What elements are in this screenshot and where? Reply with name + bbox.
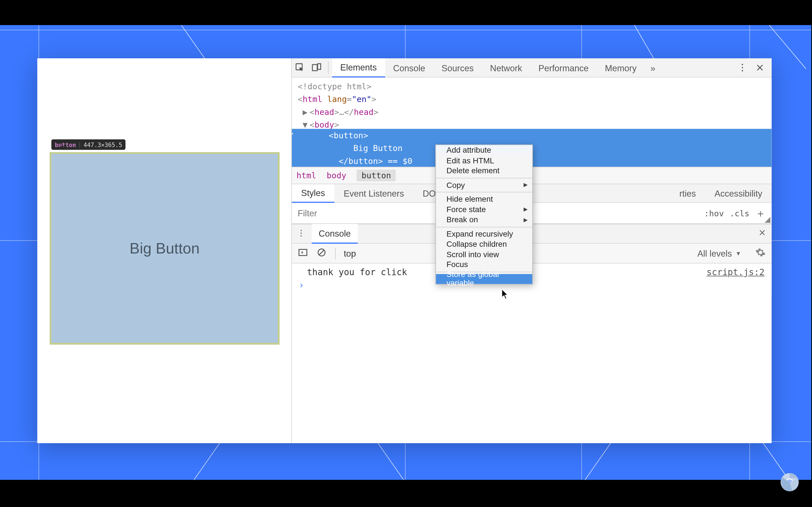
device-toggle-icon[interactable] [308,59,324,76]
tab-memory[interactable]: Memory [597,58,645,77]
cls-toggle[interactable]: .cls [730,209,749,218]
big-button[interactable]: Big Button [50,152,280,344]
crumb-body[interactable]: body [327,171,347,180]
console-sidebar-toggle-icon[interactable] [298,247,308,260]
console-close-icon[interactable] [758,228,767,239]
svg-point-7 [301,232,302,233]
inspect-icon[interactable] [292,59,308,76]
ctx-hide-element[interactable]: Hide element [436,194,532,204]
chevron-down-icon: ▼ [735,250,741,257]
chrome-logo-icon [780,472,800,495]
console-kebab-icon[interactable] [297,228,306,239]
kebab-menu-icon[interactable] [734,59,751,76]
ctx-copy[interactable]: Copy [436,180,532,190]
stab-styles[interactable]: Styles [292,184,335,203]
svg-point-5 [742,70,743,71]
big-button-label: Big Button [130,239,200,258]
svg-rect-2 [318,64,321,69]
ctx-break-on[interactable]: Break on [436,215,532,225]
tab-elements[interactable]: Elements [332,58,385,77]
new-style-rule-icon[interactable]: ＋ [755,206,766,220]
styles-filter-input[interactable] [298,208,414,218]
log-levels-select[interactable]: All levels [697,248,732,258]
stab-properties[interactable]: rties [679,184,705,203]
crumb-html[interactable]: html [297,171,316,180]
svg-point-4 [742,67,743,68]
devtools-tabbar: Elements Console Sources Network Perform… [292,58,772,77]
ctx-focus[interactable]: Focus [436,260,532,270]
ctx-edit-as-html[interactable]: Edit as HTML [436,156,532,166]
ctx-delete-element[interactable]: Delete element [436,166,532,176]
clear-console-icon[interactable] [316,247,327,260]
ctx-store-as-global[interactable]: Store as global variable [436,274,532,284]
hov-toggle[interactable]: :hov [704,209,724,218]
ctx-add-attribute[interactable]: Add attribute [436,145,532,155]
ctx-force-state[interactable]: Force state [436,205,532,215]
svg-point-3 [742,64,743,65]
ctx-expand-recursively[interactable]: Expand recursively [436,229,532,239]
svg-point-6 [301,230,302,231]
tab-performance[interactable]: Performance [530,58,597,77]
console-log-source[interactable]: script.js:2 [707,267,765,277]
crumb-button[interactable]: button [357,170,396,181]
svg-rect-1 [312,64,317,71]
close-devtools-icon[interactable] [752,59,768,76]
tooltip-dimensions: 447.3×365.5 [84,142,122,148]
tab-console[interactable]: Console [385,58,434,77]
console-settings-icon[interactable] [755,247,766,260]
ctx-scroll-into-view[interactable]: Scroll into view [436,249,532,260]
console-drawer-tab[interactable]: Console [312,224,358,244]
stab-accessibility[interactable]: Accessibility [705,184,771,203]
stab-event-listeners[interactable]: Event Listeners [335,184,413,203]
tab-sources[interactable]: Sources [434,58,482,77]
tab-network[interactable]: Network [482,58,530,77]
tabs-overflow-icon[interactable]: » [645,59,661,76]
console-context-select[interactable]: top [344,248,356,258]
page-preview: button 447.3×365.5 Big Button [37,58,291,443]
console-log-message: thank you for click [299,267,407,277]
ctx-collapse-children[interactable]: Collapse children [436,239,532,249]
context-menu: Add attribute Edit as HTML Delete elemen… [435,145,533,284]
devtools-window: button 447.3×365.5 Big Button Elements C [37,58,771,443]
svg-point-8 [301,235,302,236]
